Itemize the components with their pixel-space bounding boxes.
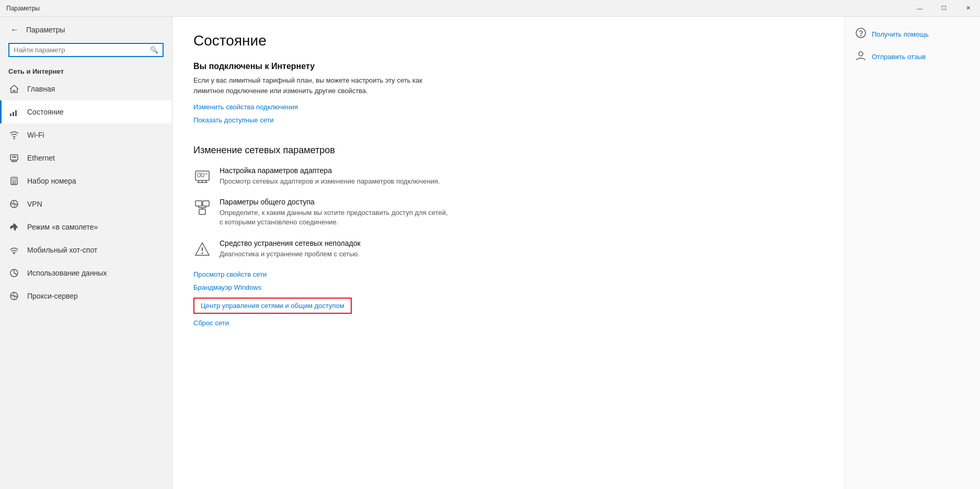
link-show-networks[interactable]: Показать доступные сети (193, 116, 823, 124)
svg-rect-2 (15, 110, 17, 116)
adapter-title: Настройка параметров адаптера (220, 166, 440, 175)
troubleshoot-title: Средство устранения сетевых неполадок (220, 239, 361, 247)
sharing-icon (193, 199, 211, 217)
close-button[interactable]: ✕ (956, 0, 980, 17)
status-icon (8, 106, 20, 118)
svg-rect-12 (15, 156, 16, 158)
sharing-desc: Определите, к каким данным вы хотите пре… (220, 208, 449, 227)
svg-rect-36 (203, 201, 209, 206)
svg-point-44 (202, 252, 203, 254)
svg-point-47 (859, 52, 863, 56)
sidebar-app-title: Параметры (26, 26, 65, 34)
svg-point-18 (13, 183, 14, 184)
svg-rect-14 (13, 179, 16, 181)
search-input[interactable] (14, 46, 150, 54)
settings-item-adapter: Настройка параметров адаптера Просмотр с… (193, 166, 823, 186)
troubleshoot-icon (193, 240, 211, 258)
main-content: Состояние Вы подключены к Интернету Если… (172, 17, 844, 489)
sidebar-item-airplane[interactable]: Режим «в самолете» (0, 215, 172, 238)
svg-point-19 (14, 183, 15, 184)
hotspot-icon (8, 244, 20, 256)
svg-rect-29 (201, 173, 204, 177)
connected-section: Вы подключены к Интернету Если у вас лим… (193, 62, 823, 124)
home-label: Главная (27, 85, 55, 93)
vpn-label: VPN (27, 200, 42, 208)
sidebar-item-hotspot[interactable]: Мобильный хот-спот (0, 238, 172, 261)
sidebar: ← Параметры 🔍 Сеть и Интернет Главная (0, 17, 172, 489)
sidebar-item-wifi[interactable]: Wi-Fi (0, 123, 172, 146)
settings-item-sharing: Параметры общего доступа Определите, к к… (193, 198, 823, 227)
sidebar-item-home[interactable]: Главная (0, 77, 172, 100)
troubleshoot-desc: Диагностика и устранение проблем с сетью… (220, 249, 361, 259)
sidebar-item-dialup[interactable]: Набор номера (0, 169, 172, 192)
svg-rect-10 (12, 156, 13, 158)
svg-point-17 (15, 182, 16, 183)
titlebar: Параметры — ☐ ✕ (0, 0, 980, 17)
link-firewall[interactable]: Брандмауэр Windows (193, 283, 823, 291)
settings-item-troubleshoot: Средство устранения сетевых неполадок Ди… (193, 239, 823, 259)
link-reset[interactable]: Сброс сети (193, 319, 823, 327)
svg-point-20 (15, 183, 16, 184)
titlebar-left: Параметры (6, 5, 40, 12)
svg-rect-0 (10, 113, 11, 116)
adapter-desc: Просмотр сетевых адаптеров и изменение п… (220, 177, 440, 186)
help-icon (855, 27, 867, 41)
svg-point-46 (860, 35, 861, 36)
feedback-icon (855, 50, 867, 64)
adapter-icon (193, 167, 211, 185)
sidebar-item-proxy[interactable]: Прокси-сервер (0, 285, 172, 308)
svg-point-23 (14, 253, 15, 254)
app-container: ← Параметры 🔍 Сеть и Интернет Главная (0, 17, 980, 489)
help-label: Получить помощь (872, 30, 929, 38)
sidebar-item-vpn[interactable]: VPN (0, 192, 172, 215)
home-icon (8, 83, 20, 95)
datausage-icon (8, 267, 20, 279)
sidebar-item-datausage[interactable]: Использование данных (0, 261, 172, 285)
svg-rect-37 (199, 209, 205, 214)
hotspot-label: Мобильный хот-спот (27, 246, 97, 254)
connected-title: Вы подключены к Интернету (193, 62, 823, 71)
wifi-label: Wi-Fi (27, 131, 44, 139)
sidebar-item-ethernet[interactable]: Ethernet (0, 146, 172, 169)
svg-point-45 (856, 28, 866, 38)
airplane-label: Режим «в самолете» (27, 223, 98, 231)
status-label: Состояние (27, 108, 64, 116)
svg-rect-1 (13, 112, 14, 116)
minimize-button[interactable]: — (908, 0, 932, 17)
svg-rect-11 (14, 156, 15, 158)
change-settings-title: Изменение сетевых параметров (193, 145, 823, 156)
svg-rect-3 (18, 109, 18, 116)
section-header: Сеть и Интернет (0, 63, 172, 77)
svg-point-4 (14, 138, 15, 140)
feedback-label: Отправить отзыв (872, 53, 926, 61)
link-network-center[interactable]: Центр управления сетями и общим доступом (193, 298, 352, 314)
titlebar-title: Параметры (6, 5, 40, 12)
right-panel: Получить помощь Отправить отзыв (844, 17, 980, 489)
svg-point-15 (13, 182, 14, 183)
datausage-label: Использование данных (27, 269, 107, 277)
page-title: Состояние (193, 32, 823, 49)
svg-rect-28 (198, 173, 200, 177)
ethernet-label: Ethernet (27, 154, 55, 162)
search-icon: 🔍 (150, 46, 158, 54)
airplane-icon (8, 221, 20, 233)
svg-rect-35 (195, 201, 202, 206)
search-container: 🔍 (0, 41, 172, 63)
svg-rect-30 (205, 173, 207, 175)
wifi-icon (8, 129, 20, 141)
maximize-button[interactable]: ☐ (932, 0, 956, 17)
link-view-props[interactable]: Просмотр свойств сети (193, 270, 823, 278)
connected-desc: Если у вас лимитный тарифный план, вы мо… (193, 75, 429, 96)
sidebar-item-status[interactable]: Состояние (0, 100, 172, 123)
dialup-icon (8, 175, 20, 187)
search-box: 🔍 (8, 43, 164, 57)
sidebar-header: ← Параметры (0, 17, 172, 41)
feedback-item[interactable]: Отправить отзыв (855, 50, 970, 64)
help-item[interactable]: Получить помощь (855, 27, 970, 41)
svg-point-16 (14, 182, 15, 183)
sharing-title: Параметры общего доступа (220, 198, 449, 206)
dialup-label: Набор номера (27, 177, 76, 185)
back-button[interactable]: ← (8, 23, 21, 37)
proxy-icon (8, 290, 20, 302)
link-change-props[interactable]: Изменить свойства подключения (193, 103, 823, 111)
